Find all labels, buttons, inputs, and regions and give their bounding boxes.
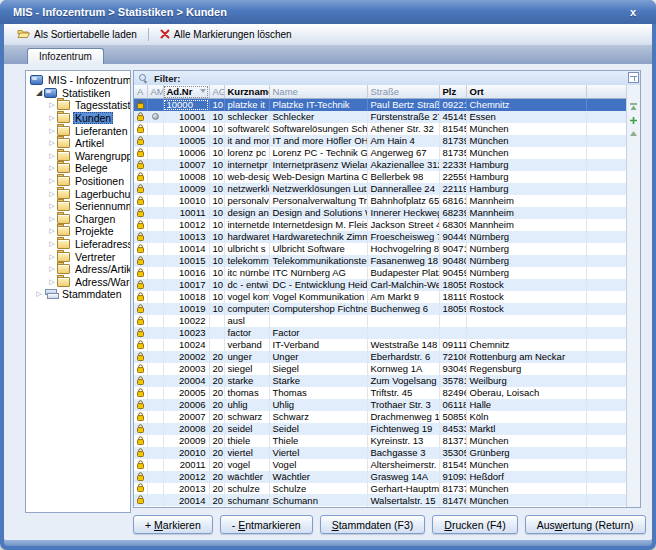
table-cell[interactable]: schlecker <box>224 111 269 123</box>
table-cell[interactable]: 10019 <box>163 303 209 315</box>
table-cell[interactable]: Bellerbek 98 <box>367 171 439 183</box>
table-row[interactable]: 2001020viertelViertelBachgasse 335305Grü… <box>134 447 627 459</box>
table-cell[interactable]: München <box>466 483 586 495</box>
table-cell[interactable] <box>134 459 147 471</box>
table-cell[interactable]: thomas <box>224 387 269 399</box>
table-cell[interactable]: 18119 <box>439 291 466 303</box>
table-cell[interactable]: 10 <box>209 111 224 123</box>
expand-icon[interactable]: ▷ <box>47 138 57 148</box>
table-cell[interactable]: 20 <box>209 363 224 375</box>
table-cell[interactable]: 20 <box>209 423 224 435</box>
table-cell[interactable]: Rottenburg am Neckar <box>466 351 586 363</box>
table-cell[interactable] <box>586 123 627 135</box>
table-cell[interactable]: Nürnberg <box>466 267 586 279</box>
table-cell[interactable]: 45145 <box>439 111 466 123</box>
table-cell[interactable] <box>134 243 147 255</box>
column-header-plz[interactable]: Plz <box>439 85 466 99</box>
table-cell[interactable]: Drachmenweg 13 <box>367 411 439 423</box>
expand-icon[interactable]: ▷ <box>47 163 57 173</box>
table-cell[interactable]: 20014 <box>163 494 209 506</box>
table-cell[interactable]: internetde <box>224 219 269 231</box>
table-row[interactable]: 1000910netzwerklöNetzwerklösungen Lutz R… <box>134 183 627 195</box>
table-cell[interactable]: Grasweg 14A <box>367 471 439 483</box>
table-cell[interactable]: Schwarz <box>269 411 367 423</box>
table-cell[interactable] <box>147 339 163 351</box>
collapse-icon[interactable]: ◢ <box>34 88 44 98</box>
table-cell[interactable] <box>147 255 163 267</box>
expand-icon[interactable]: ▷ <box>47 151 57 161</box>
table-cell[interactable] <box>147 279 163 291</box>
expand-icon[interactable]: ▷ <box>47 226 57 236</box>
table-cell[interactable] <box>134 135 147 147</box>
table-cell[interactable]: siegel <box>224 363 269 375</box>
table-cell[interactable]: Weststraße 148 <box>367 339 439 351</box>
table-cell[interactable]: Hochvogelring 85 <box>367 243 439 255</box>
table-cell[interactable]: 81735 <box>439 147 466 159</box>
table-cell[interactable]: 81545 <box>439 123 466 135</box>
column-header-name[interactable]: Name <box>269 85 367 99</box>
table-cell[interactable]: 20 <box>209 399 224 411</box>
table-cell[interactable]: Essen <box>466 111 586 123</box>
unmark-button[interactable]: - Entmarkieren <box>220 515 313 534</box>
table-cell[interactable] <box>147 267 163 279</box>
table-cell[interactable]: Eberhardstr. 6 <box>367 351 439 363</box>
table-cell[interactable] <box>134 99 147 111</box>
table-cell[interactable]: 10 <box>209 99 224 111</box>
load-sort-table-button[interactable]: Als Sortiertabelle laden <box>9 25 145 44</box>
table-cell[interactable] <box>134 183 147 195</box>
table-cell[interactable]: 90449 <box>439 231 466 243</box>
marker-triangle-icon[interactable] <box>629 130 638 137</box>
table-cell[interactable]: DC - Entwicklung Heidner KG <box>269 279 367 291</box>
tree-item-vertreter[interactable]: ▷Vertreter <box>26 250 130 263</box>
table-row[interactable]: 2001220wächtlerWächtlerGrasweg 14A91093H… <box>134 471 627 483</box>
table-cell[interactable] <box>439 315 466 327</box>
table-cell[interactable]: Rostock <box>466 279 586 291</box>
table-cell[interactable]: Nürnberg <box>466 231 586 243</box>
table-cell[interactable] <box>147 303 163 315</box>
table-cell[interactable]: 20 <box>209 447 224 459</box>
table-cell[interactable]: 10004 <box>163 123 209 135</box>
table-cell[interactable]: Lorenz PC - Technik GmbH <box>269 147 367 159</box>
table-cell[interactable]: 68309 <box>439 219 466 231</box>
column-header-filler[interactable] <box>586 85 627 99</box>
table-cell[interactable]: Seidel <box>269 423 367 435</box>
clear-marks-button[interactable]: Alle Markierungen löschen <box>152 26 300 44</box>
table-cell[interactable]: Athener Str. 32 <box>367 123 439 135</box>
table-cell[interactable] <box>586 327 627 339</box>
table-cell[interactable]: web-design <box>224 171 269 183</box>
table-cell[interactable]: Dannerallee 24 <box>367 183 439 195</box>
table-cell[interactable]: Am Markt 9 <box>367 291 439 303</box>
table-cell[interactable]: 91093 <box>439 471 466 483</box>
table-cell[interactable] <box>586 339 627 351</box>
table-cell[interactable]: Computershop Fichtner <box>269 303 367 315</box>
table-cell[interactable]: 68239 <box>439 207 466 219</box>
expand-icon[interactable]: ▷ <box>47 264 57 274</box>
table-row[interactable]: 1000610lorenz pcLorenz PC - Technik GmbH… <box>134 147 627 159</box>
tree-item-artikel[interactable]: ▷Artikel <box>26 137 130 150</box>
tree-item-stammdaten[interactable]: ▷Stammdaten <box>26 288 130 301</box>
table-row[interactable]: 1001110design andDesign and Solutions We… <box>134 207 627 219</box>
table-cell[interactable]: 20007 <box>163 411 209 423</box>
table-cell[interactable]: Mannheim <box>466 195 586 207</box>
table-row[interactable]: 2000220ungerUngerEberhardstr. 672108Rott… <box>134 351 627 363</box>
table-cell[interactable] <box>134 351 147 363</box>
table-cell[interactable]: Schlecker <box>269 111 367 123</box>
table-cell[interactable]: softwarelö <box>224 123 269 135</box>
table-cell[interactable] <box>147 291 163 303</box>
table-row[interactable]: 2001120vogelVogelAltersheimerstr. 9A8154… <box>134 459 627 471</box>
table-cell[interactable] <box>134 423 147 435</box>
table-cell[interactable] <box>439 327 466 339</box>
table-cell[interactable] <box>147 159 163 171</box>
table-cell[interactable] <box>147 506 163 507</box>
table-cell[interactable] <box>134 315 147 327</box>
table-cell[interactable]: 35781 <box>439 375 466 387</box>
expand-icon[interactable]: ▷ <box>47 214 57 224</box>
table-cell[interactable]: wächtler <box>224 471 269 483</box>
table-row[interactable]: 1001810vogel kommVogel Kommunikation OHG… <box>134 291 627 303</box>
table-cell[interactable] <box>134 387 147 399</box>
table-cell[interactable] <box>209 327 224 339</box>
table-row[interactable]: 1001210internetdeInternetdesign M. Fleis… <box>134 219 627 231</box>
table-row[interactable]: 1001010personalvePersonalverwaltung Tren… <box>134 195 627 207</box>
table-cell[interactable]: 20008 <box>163 423 209 435</box>
table-cell[interactable]: 81737 <box>439 483 466 495</box>
